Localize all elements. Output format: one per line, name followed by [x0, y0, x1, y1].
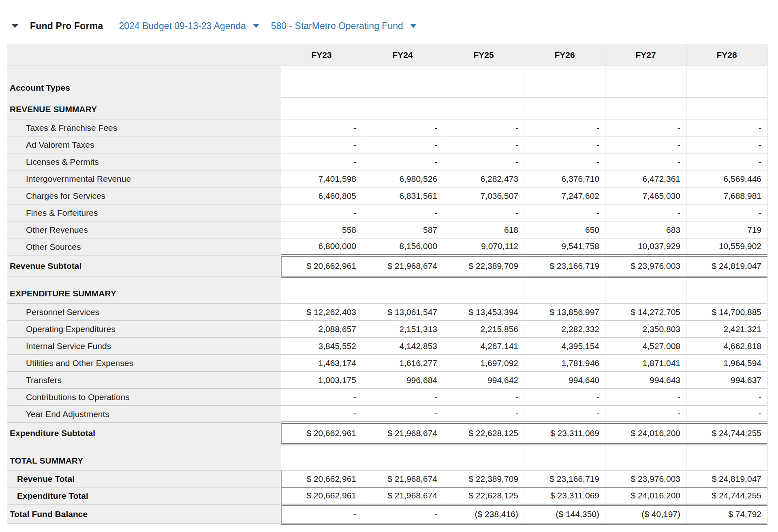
cell-value: - [281, 119, 362, 136]
row-label: Other Sources [7, 238, 281, 255]
cell-value: - [362, 153, 443, 170]
cell-value: 7,465,030 [605, 187, 686, 204]
cell-value: 10,559,902 [686, 238, 767, 255]
cell-value: - [524, 153, 605, 170]
column-header-row: FY23 FY24 FY25 FY26 FY27 FY28 [7, 44, 767, 66]
cell-value: 6,831,561 [362, 187, 443, 204]
cell-value: 2,421,321 [686, 321, 767, 338]
column-header-fy25: FY25 [443, 44, 524, 66]
table-row: Utilities and Other Expenses1,463,1741,6… [7, 355, 767, 372]
fund-dropdown[interactable]: 580 - StarMetro Operating Fund [271, 21, 417, 32]
budget-dropdown[interactable]: 2024 Budget 09-13-23 Agenda [119, 21, 259, 32]
cell-value: $ 20,662,961 [281, 255, 362, 277]
cell-value: - [443, 406, 524, 423]
table-row: Intergovernmental Revenue7,401,5986,980,… [7, 170, 767, 187]
table-row: Contributions to Operations------ [7, 389, 767, 406]
table-row: Taxes & Franchise Fees------ [7, 119, 767, 136]
cell-value: 9,070,112 [443, 238, 524, 255]
cell-value: 1,463,174 [281, 355, 362, 372]
cell-value: 994,643 [605, 372, 686, 389]
cell-value: - [605, 136, 686, 153]
cell-value [362, 66, 443, 98]
column-header-fy23: FY23 [281, 44, 362, 66]
table-row: Account Types [7, 66, 767, 98]
cell-value: 4,395,154 [524, 338, 605, 355]
table-row: Other Sources6,800,0008,156,0009,070,112… [7, 238, 767, 255]
cell-value [524, 444, 605, 471]
row-label: Year End Adjustments [7, 406, 281, 423]
cell-value: $ 20,662,961 [281, 487, 362, 505]
cell-value: 1,964,594 [686, 355, 767, 372]
cell-value: $ 21,968,674 [362, 487, 443, 505]
cell-value [524, 66, 605, 98]
row-label: Charges for Services [7, 187, 281, 204]
cell-value [443, 277, 524, 304]
cell-value: $ 20,662,961 [281, 423, 362, 444]
cell-value: $ 24,016,200 [605, 423, 686, 444]
cell-value: 2,215,856 [443, 321, 524, 338]
cell-value: 7,401,598 [281, 170, 362, 187]
cell-value [605, 66, 686, 98]
cell-value: $ 24,744,255 [686, 423, 767, 444]
cell-value: 1,003,175 [281, 372, 362, 389]
table-row: Charges for Services6,460,8056,831,5617,… [7, 187, 767, 204]
cell-value: 587 [362, 221, 443, 238]
cell-value: 994,637 [686, 372, 767, 389]
cell-value: - [281, 136, 362, 153]
collapse-caret-icon[interactable] [11, 24, 19, 28]
cell-value: 4,267,141 [443, 338, 524, 355]
cell-value [524, 98, 605, 119]
cell-value [362, 277, 443, 304]
row-label: Transfers [7, 372, 281, 389]
cell-value: 4,142,853 [362, 338, 443, 355]
row-label: Operating Expenditures [7, 321, 281, 338]
cell-value [443, 66, 524, 98]
cell-value: $ 13,856,997 [524, 304, 605, 321]
cell-value: - [443, 136, 524, 153]
budget-dropdown-label: 2024 Budget 09-13-23 Agenda [119, 21, 246, 32]
table-row: EXPENDITURE SUMMARY [7, 277, 767, 304]
cell-value: $ 22,628,125 [443, 487, 524, 505]
table-row: Total Fund Balance--($ 238,416)($ 144,35… [7, 505, 767, 524]
cell-value: - [605, 204, 686, 221]
cell-value: - [362, 505, 443, 524]
cell-value: ($ 238,416) [443, 505, 524, 524]
cell-value: - [524, 406, 605, 423]
cell-value: - [605, 119, 686, 136]
cell-value: $ 21,968,674 [362, 471, 443, 487]
row-label: Account Types [7, 66, 281, 98]
cell-value [524, 277, 605, 304]
cell-value [443, 444, 524, 471]
row-label: Licenses & Permits [7, 153, 281, 170]
table-row: Personnel Services$ 12,262,403$ 13,061,5… [7, 304, 767, 321]
row-label: Total Fund Balance [7, 505, 281, 524]
cell-value: 10,037,929 [605, 238, 686, 255]
column-header-fy28: FY28 [686, 44, 767, 66]
page-title: Fund Pro Forma [30, 21, 103, 32]
cell-value: 6,569,446 [686, 170, 767, 187]
cell-value: - [524, 389, 605, 406]
toolbar: Fund Pro Forma 2024 Budget 09-13-23 Agen… [11, 19, 417, 33]
cell-value: 3,845,552 [281, 338, 362, 355]
cell-value: $ 14,272,705 [605, 304, 686, 321]
row-label: Other Revenues [7, 221, 281, 238]
cell-value: $ 20,662,961 [281, 471, 362, 487]
cell-value: - [524, 204, 605, 221]
row-label: Expenditure Total [7, 487, 281, 505]
column-header-fy26: FY26 [524, 44, 605, 66]
cell-value: $ 21,968,674 [362, 423, 443, 444]
row-label: Ad Valorem Taxes [7, 136, 281, 153]
table-row: REVENUE SUMMARY [7, 98, 767, 119]
table-row: Expenditure Subtotal$ 20,662,961$ 21,968… [7, 423, 767, 444]
cell-value: - [605, 153, 686, 170]
cell-value: - [281, 389, 362, 406]
cell-value: - [443, 204, 524, 221]
cell-value: $ 22,389,709 [443, 471, 524, 487]
cell-value: ($ 40,197) [605, 505, 686, 524]
cell-value: $ 13,061,547 [362, 304, 443, 321]
cell-value: $ 24,744,255 [686, 487, 767, 505]
cell-value: - [443, 119, 524, 136]
row-label: TOTAL SUMMARY [7, 444, 281, 471]
chevron-down-icon [253, 24, 259, 28]
cell-value: - [605, 389, 686, 406]
